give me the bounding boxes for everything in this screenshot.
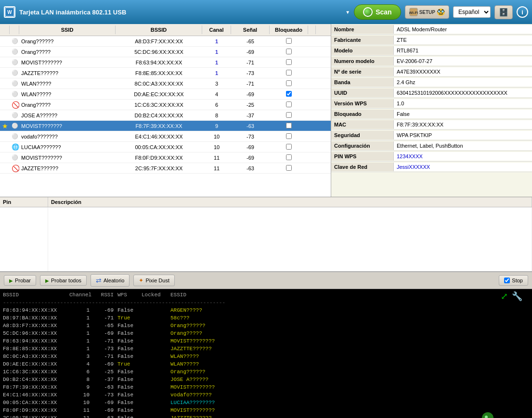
dropdown-arrow-icon[interactable]: ▼ bbox=[345, 10, 350, 15]
pixie-dust-button[interactable]: ✦ Pixie Dust bbox=[133, 275, 175, 286]
bloqueado-checkbox[interactable] bbox=[286, 165, 292, 171]
main-top-panel: SSID BSSID Canal Señal Bloqueado ⚪Orang?… bbox=[0, 24, 532, 197]
bloqueado-cell[interactable] bbox=[270, 79, 308, 88]
bloqueado-checkbox[interactable] bbox=[286, 154, 292, 160]
detail-row: Nº de serieA47E39XXXXXXX bbox=[331, 66, 532, 77]
table-row[interactable]: ⚪JAZZTE??????F8:8E:85:XX:XX:XX1-73 bbox=[0, 68, 331, 78]
col-status bbox=[10, 25, 19, 34]
ssid-cell: JAZZTE?????? bbox=[19, 165, 116, 172]
row-end-cell bbox=[308, 40, 316, 42]
bloqueado-cell[interactable] bbox=[270, 37, 308, 46]
stop-checkbox[interactable] bbox=[504, 278, 510, 283]
row-end-cell bbox=[308, 104, 316, 106]
ssid-cell: Orang????? bbox=[19, 48, 116, 56]
bloqueado-checkbox[interactable] bbox=[286, 38, 292, 44]
signal-icon: ⚪ bbox=[12, 38, 18, 44]
bssid-cell: E4:C1:46:XX:XX:XX bbox=[116, 133, 202, 140]
senal-cell: -65 bbox=[231, 38, 270, 45]
bloqueado-checkbox[interactable] bbox=[286, 91, 292, 97]
network-panel: SSID BSSID Canal Señal Bloqueado ⚪Orang?… bbox=[0, 24, 331, 197]
table-row[interactable]: ⚪Orang??????A8:D3:F7:XX:XX:XX1-65 bbox=[0, 36, 331, 47]
detail-row: ConfiguraciónEthernet, Label, PushButton bbox=[331, 140, 532, 151]
detail-row: SeguridadWPA PSKTKIP bbox=[331, 130, 532, 140]
patcher-image bbox=[476, 408, 500, 418]
table-row[interactable]: ⚪MOVIST???????F8:0F:D9:XX:XX:XX11-69 bbox=[0, 152, 331, 163]
app-icon: W bbox=[4, 6, 15, 18]
senal-cell: -63 bbox=[231, 122, 270, 130]
database-icon: 🗄️ bbox=[499, 8, 508, 16]
bloqueado-cell[interactable] bbox=[270, 90, 308, 99]
table-row[interactable]: 🚫Orang?????1C:C6:3C:XX:XX:XX6-25 bbox=[0, 100, 331, 110]
expand-icon[interactable]: ⤢ bbox=[501, 291, 508, 302]
bloqueado-checkbox[interactable] bbox=[286, 49, 292, 54]
bloqueado-cell[interactable] bbox=[270, 101, 308, 109]
probar-button[interactable]: ▶ Probar bbox=[4, 275, 36, 286]
bloqueado-cell[interactable] bbox=[270, 143, 308, 152]
status-cell: ⚪ bbox=[10, 48, 19, 56]
table-row[interactable]: ★⚪MOVIST???????F8:7F:39:XX:XX:XX9-63 bbox=[0, 121, 331, 131]
aleatorio-button[interactable]: ⇄ Aleatorio bbox=[91, 274, 130, 287]
row-end-cell bbox=[308, 136, 316, 138]
stop-button[interactable]: Stop bbox=[499, 275, 528, 286]
bloqueado-cell[interactable] bbox=[270, 132, 308, 141]
row-end-cell bbox=[308, 157, 316, 159]
info-button[interactable]: i bbox=[517, 6, 528, 18]
bloqueado-checkbox[interactable] bbox=[286, 70, 292, 76]
terminal-row: F8:8E:85:XX:XX:XX1-73FalseJAZZTTE?????? bbox=[3, 345, 529, 353]
table-row[interactable]: 🌐LUCIAA???????00:05:CA:XX:XX:XX10-69 bbox=[0, 142, 331, 152]
desc-col-header: Descripción bbox=[48, 197, 532, 207]
table-row[interactable]: ⚪WLAN?????8C:0C:A3:XX:XX:XX3-71 bbox=[0, 78, 331, 89]
bloqueado-cell[interactable] bbox=[270, 164, 308, 173]
detail-value: 1.0 bbox=[394, 99, 532, 108]
bloqueado-checkbox[interactable] bbox=[286, 101, 292, 107]
detail-value: EV-2006-07-27 bbox=[394, 57, 532, 65]
bloqueado-cell[interactable] bbox=[270, 153, 308, 162]
svg-point-4 bbox=[482, 412, 493, 418]
signal-icon: ⚪ bbox=[12, 133, 18, 139]
canal-cell: 6 bbox=[202, 101, 231, 109]
bloqueado-checkbox[interactable] bbox=[286, 80, 292, 86]
bloqueado-cell[interactable] bbox=[270, 48, 308, 56]
canal-cell: 1 bbox=[202, 59, 231, 66]
table-row[interactable]: ⚪WLAN?????D0:AE:EC:XX:XX:XX4-69 bbox=[0, 89, 331, 100]
ssid-cell: MOVIST??????? bbox=[19, 154, 116, 162]
mask-icon: 🥸 bbox=[437, 8, 445, 16]
terminal[interactable]: BSSIDChannelRSSIWPSLockedESSID----------… bbox=[0, 289, 532, 418]
detail-row: UUID6304125310192006XXXXXXXXXXXXXXXXXX bbox=[331, 88, 532, 98]
bloqueado-checkbox[interactable] bbox=[286, 59, 292, 65]
network-table-body[interactable]: ⚪Orang??????A8:D3:F7:XX:XX:XX1-65⚪Orang?… bbox=[0, 36, 331, 197]
detail-value: JessiXXXXXX bbox=[394, 163, 532, 171]
stop-icon[interactable]: 🔧 bbox=[512, 291, 522, 302]
terminal-row: F8:63:94:XX:XX:XX1-69FalseARGEN????? bbox=[3, 306, 529, 314]
status-cell: ⚪ bbox=[10, 79, 19, 88]
bssid-cell: D0:AE:EC:XX:XX:XX bbox=[116, 90, 202, 98]
table-row[interactable]: ⚪JOSE A??????D0:B2:C4:XX:XX:XX8-37 bbox=[0, 110, 331, 121]
table-row[interactable]: ⚪MOVIST???????F8:63:94:XX:XX:XX1-71 bbox=[0, 57, 331, 68]
bloqueado-checkbox[interactable] bbox=[286, 133, 292, 139]
bloqueado-cell[interactable] bbox=[270, 69, 308, 77]
detail-row: ModeloRTL8671 bbox=[331, 45, 532, 56]
canal-cell: 11 bbox=[202, 165, 231, 172]
bloqueado-checkbox[interactable] bbox=[286, 112, 292, 118]
table-row[interactable]: 🚫JAZZTE??????2C:95:7F:XX:XX:XX11-63 bbox=[0, 163, 331, 174]
bloqueado-checkbox[interactable] bbox=[286, 144, 292, 150]
bloqueado-checkbox[interactable] bbox=[286, 123, 292, 128]
database-button[interactable]: 🗄️ bbox=[494, 5, 513, 19]
table-row[interactable]: ⚪vodafo???????E4:C1:46:XX:XX:XX10-73 bbox=[0, 131, 331, 142]
canal-cell: 3 bbox=[202, 80, 231, 88]
bloqueado-cell[interactable] bbox=[270, 111, 308, 120]
scan-button[interactable]: Scan bbox=[354, 4, 401, 20]
setup-button[interactable]: Wi-Fi SETUP 🥸 bbox=[405, 5, 449, 19]
probar-todos-button[interactable]: ▶ Probar todos bbox=[40, 275, 87, 286]
detail-value: 6304125310192006XXXXXXXXXXXXXXXXXX bbox=[394, 89, 532, 97]
bloqueado-cell[interactable] bbox=[270, 58, 308, 67]
senal-cell: -25 bbox=[231, 101, 270, 109]
terminal-row: D0:AE:EC:XX:XX:XX4-69TrueWLAN????? bbox=[3, 360, 529, 368]
detail-label: Clave de Red bbox=[331, 163, 394, 171]
senal-cell: -69 bbox=[231, 143, 270, 151]
signal-icon: ⚪ bbox=[12, 59, 18, 65]
table-row[interactable]: ⚪Orang?????5C:DC:96:XX:XX:XX1-69 bbox=[0, 47, 331, 57]
row-end-cell bbox=[308, 93, 316, 95]
language-select[interactable]: Español English bbox=[453, 6, 491, 18]
bloqueado-cell[interactable] bbox=[270, 122, 308, 130]
